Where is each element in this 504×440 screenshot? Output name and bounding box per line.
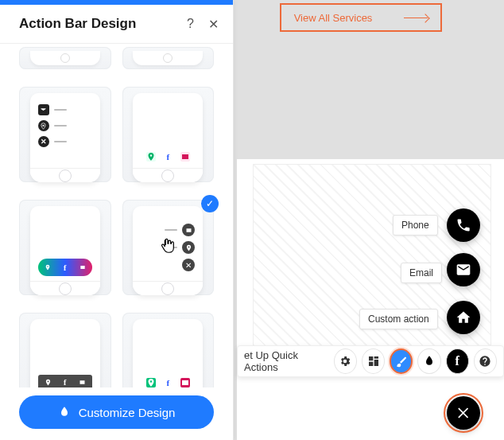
gear-icon <box>339 355 351 368</box>
drop-icon <box>58 406 71 419</box>
tool-help[interactable] <box>474 348 497 374</box>
brush-icon <box>395 355 408 368</box>
mail-icon <box>79 379 86 386</box>
customize-design-label: Customize Design <box>79 406 176 419</box>
design-option[interactable]: ✕ <box>19 87 111 182</box>
home-icon <box>456 310 471 325</box>
customize-design-button[interactable]: Customize Design <box>19 395 214 429</box>
help-icon <box>479 355 491 368</box>
design-option[interactable]: f <box>122 87 215 182</box>
design-option[interactable]: f <box>19 200 111 295</box>
mail-icon <box>456 262 471 278</box>
design-option[interactable] <box>122 47 215 69</box>
fab-phone[interactable] <box>447 208 480 242</box>
quick-actions-label[interactable]: et Up Quick Actions <box>244 349 329 373</box>
fab-label-phone: Phone <box>393 215 438 236</box>
mail-icon <box>79 264 86 271</box>
design-option[interactable]: ✓ ✕ <box>122 200 215 295</box>
view-all-services-button[interactable]: View All Services <box>280 3 442 32</box>
design-option[interactable]: f <box>19 313 111 387</box>
phone-icon <box>456 217 471 233</box>
tool-layout[interactable] <box>362 348 385 374</box>
facebook-icon: f <box>456 354 459 368</box>
arrow-right-icon <box>404 18 428 18</box>
drop-icon <box>423 355 436 368</box>
design-option[interactable]: f <box>122 313 215 387</box>
design-option[interactable] <box>19 47 111 69</box>
fab-close[interactable] <box>447 396 480 430</box>
panel-header: Action Bar Design ? ✕ <box>0 5 233 44</box>
panel-title: Action Bar Design <box>19 16 136 32</box>
fab-email[interactable] <box>447 253 480 286</box>
fab-label-email: Email <box>401 263 442 283</box>
panel-body: ✕ f <box>0 44 233 387</box>
panel-close-icon[interactable]: ✕ <box>208 17 219 32</box>
pin-icon <box>45 264 51 271</box>
quick-actions-toolbar: et Up Quick Actions f <box>237 345 504 377</box>
tool-drop[interactable] <box>417 348 440 374</box>
pin-icon <box>45 379 52 386</box>
tool-facebook[interactable]: f <box>446 348 469 374</box>
layout-icon <box>367 355 380 368</box>
fab-custom[interactable] <box>447 301 480 334</box>
view-all-services-label: View All Services <box>294 12 373 24</box>
selected-check-icon: ✓ <box>201 195 219 212</box>
designs-grid: ✕ f <box>19 44 214 387</box>
tool-settings[interactable] <box>334 348 357 374</box>
close-icon <box>456 405 471 421</box>
svg-point-0 <box>43 124 45 126</box>
fab-label-custom: Custom action <box>359 309 438 329</box>
design-panel: Action Bar Design ? ✕ ✕ <box>0 0 234 440</box>
panel-help-icon[interactable]: ? <box>187 17 194 32</box>
tool-design[interactable] <box>390 348 413 374</box>
